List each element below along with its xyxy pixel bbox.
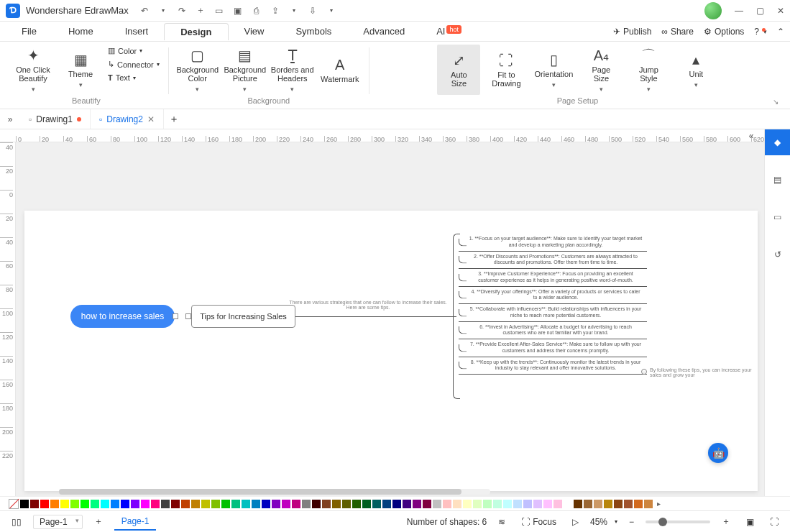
menu-ai[interactable]: AIhot	[421, 23, 477, 40]
collapse-ribbon-icon[interactable]: ⌃	[777, 27, 784, 37]
color-swatch[interactable]	[392, 500, 401, 508]
branch-item[interactable]: 6. **Invest in Advertising**: Allocate a…	[459, 322, 647, 340]
tab-drawing2[interactable]: ▫ Drawing2 ✕	[91, 109, 164, 129]
color-swatch[interactable]	[483, 500, 492, 508]
color-swatch[interactable]	[423, 500, 431, 508]
horizontal-scrollbar[interactable]	[59, 489, 490, 495]
close-tab-icon[interactable]: ✕	[147, 114, 155, 124]
color-swatch[interactable]	[594, 500, 602, 508]
color-swatch[interactable]	[634, 500, 643, 508]
canvas-area[interactable]: how to increase sales Tips for Increasin…	[16, 142, 764, 496]
color-swatch[interactable]	[262, 500, 270, 508]
color-swatch[interactable]	[513, 500, 522, 508]
color-swatch[interactable]	[30, 500, 39, 508]
menu-design[interactable]: Design	[164, 23, 228, 40]
color-swatch[interactable]	[171, 500, 180, 508]
theme-button[interactable]: ▦Theme	[59, 45, 102, 95]
add-page-button[interactable]: ＋	[90, 514, 107, 529]
watermark-button[interactable]: AWatermark	[318, 45, 362, 95]
color-swatch[interactable]	[141, 500, 150, 508]
color-swatch[interactable]	[564, 500, 572, 508]
color-swatch[interactable]	[443, 500, 451, 508]
branch-item[interactable]: 1. **Focus on your target audience**: Ma…	[459, 234, 647, 252]
assistant-button[interactable]: 🤖	[708, 443, 728, 463]
maximize-icon[interactable]: ▢	[756, 6, 764, 16]
color-swatch[interactable]	[161, 500, 170, 508]
color-button[interactable]: ▥Color▾	[106, 45, 161, 57]
menu-home[interactable]: Home	[52, 23, 109, 40]
color-swatch[interactable]	[111, 500, 119, 508]
menu-advanced[interactable]: Advanced	[347, 23, 421, 40]
orientation-button[interactable]: ▯Orientation	[532, 45, 575, 95]
one-click-beautify-button[interactable]: ✦One Click Beautify	[12, 45, 55, 95]
presentation-panel-icon[interactable]: ▭	[765, 204, 791, 230]
color-swatch[interactable]	[151, 500, 160, 508]
mindmap-sub-node[interactable]: Tips for Increasing Sales	[191, 305, 295, 328]
auto-size-button[interactable]: ⤢Auto Size	[437, 45, 480, 95]
pages-panel-icon[interactable]: ▯▯	[7, 515, 26, 528]
play-icon[interactable]: ▷	[568, 515, 583, 528]
color-swatch[interactable]	[312, 500, 321, 508]
color-swatch[interactable]	[131, 500, 139, 508]
color-swatch[interactable]	[523, 500, 532, 508]
color-swatch[interactable]	[91, 500, 99, 508]
import-icon[interactable]: ⇩	[307, 5, 318, 17]
user-avatar[interactable]	[704, 2, 722, 19]
new-icon[interactable]: ＋	[195, 5, 206, 17]
background-picture-button[interactable]: ▤Background Picture	[224, 45, 267, 95]
export-dropdown-icon[interactable]: ▾	[288, 5, 300, 17]
branch-item[interactable]: 7. **Provide Excellent After-Sales Servi…	[459, 339, 647, 357]
color-swatch[interactable]	[463, 500, 472, 508]
color-swatch[interactable]	[272, 500, 280, 508]
color-swatch[interactable]	[282, 500, 290, 508]
zoom-out-icon[interactable]: −	[625, 515, 638, 528]
focus-button[interactable]: ⛶Focus	[517, 515, 561, 528]
mindmap-root-node[interactable]: how to increase sales	[70, 305, 175, 328]
color-swatch[interactable]	[473, 500, 482, 508]
color-swatch[interactable]	[372, 500, 381, 508]
color-swatch[interactable]	[614, 500, 623, 508]
color-swatch[interactable]	[533, 500, 542, 508]
qat-dropdown-icon[interactable]: ▾	[326, 5, 337, 17]
menu-view[interactable]: View	[229, 23, 280, 40]
color-swatch[interactable]	[584, 500, 592, 508]
menu-symbols[interactable]: Symbols	[280, 23, 347, 40]
page-dropdown[interactable]: Page-1	[33, 515, 83, 529]
color-swatch[interactable]	[81, 500, 89, 508]
color-swatch[interactable]	[493, 500, 502, 508]
share-button[interactable]: ∞Share	[661, 27, 694, 37]
unit-button[interactable]: ▴Unit	[674, 45, 717, 95]
color-swatch[interactable]	[20, 500, 29, 508]
borders-headers-button[interactable]: ṮBorders and Headers	[271, 45, 314, 95]
color-swatch[interactable]	[413, 500, 421, 508]
add-tab-button[interactable]: ＋	[164, 113, 184, 126]
color-swatch[interactable]	[50, 500, 59, 508]
close-icon[interactable]: ✕	[777, 6, 784, 16]
color-swatch[interactable]	[503, 500, 512, 508]
connector-button[interactable]: ↳Connector▾	[106, 58, 161, 70]
branch-item[interactable]: 5. **Collaborate with influencers**: Bui…	[459, 304, 647, 322]
branch-item[interactable]: 3. **Improve Customer Experience**: Focu…	[459, 269, 647, 287]
format-panel-icon[interactable]: ◆	[765, 129, 791, 155]
print-icon[interactable]: ⎙	[251, 5, 262, 17]
color-swatch[interactable]	[231, 500, 240, 508]
zoom-in-icon[interactable]: ＋	[717, 514, 735, 529]
undo-dropdown-icon[interactable]: ▾	[157, 5, 169, 17]
branch-item[interactable]: 8. **Keep up with the trends**: Continuo…	[459, 357, 647, 375]
color-swatch[interactable]	[403, 500, 411, 508]
page-canvas[interactable]: how to increase sales Tips for Increasin…	[24, 211, 758, 491]
zoom-slider[interactable]	[646, 520, 710, 523]
fullscreen-icon[interactable]: ⛶	[766, 515, 783, 528]
node-connector[interactable]	[175, 316, 189, 317]
color-swatch[interactable]	[181, 500, 190, 508]
color-swatch[interactable]	[604, 500, 612, 508]
background-color-button[interactable]: ▢Background Color	[176, 45, 219, 95]
color-swatch[interactable]	[382, 500, 391, 508]
menu-insert[interactable]: Insert	[109, 23, 165, 40]
color-swatch[interactable]	[644, 500, 653, 508]
color-swatch[interactable]	[433, 500, 441, 508]
outline-panel-icon[interactable]: ▤	[765, 167, 791, 193]
page-setup-expand-icon[interactable]: ↘	[773, 98, 778, 106]
color-swatch[interactable]	[453, 500, 461, 508]
export-icon[interactable]: ⇪	[270, 5, 281, 17]
